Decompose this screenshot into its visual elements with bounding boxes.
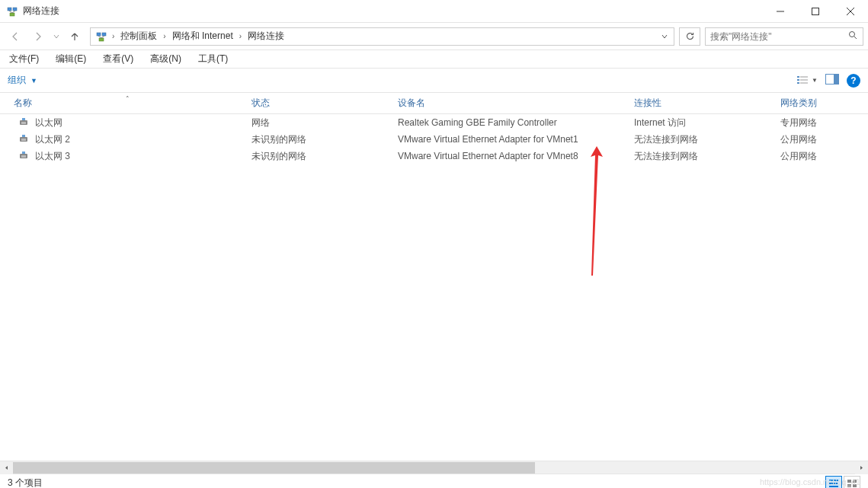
view-options-button[interactable]: ▼ (796, 75, 818, 86)
search-box[interactable] (705, 27, 863, 46)
breadcrumb-item[interactable]: 控制面板 (117, 28, 160, 44)
annotation-arrow-icon (591, 146, 606, 276)
svg-rect-16 (797, 76, 799, 78)
item-name: 以太网 (35, 116, 62, 129)
content-area: 以太网 网络 Realtek Gaming GBE Family Control… (0, 114, 868, 461)
refresh-button[interactable] (679, 27, 700, 46)
svg-rect-26 (22, 118, 25, 120)
svg-rect-25 (21, 122, 26, 124)
svg-rect-6 (812, 8, 819, 14)
ethernet-icon (18, 151, 29, 161)
item-status: 未识别的网络 (244, 133, 390, 146)
svg-rect-2 (10, 13, 14, 16)
search-input[interactable] (710, 31, 848, 42)
menu-edit[interactable]: 编辑(E) (53, 51, 89, 67)
ethernet-icon (18, 117, 29, 128)
svg-rect-34 (829, 483, 838, 484)
svg-rect-1 (13, 8, 17, 11)
item-device: VMware Virtual Ethernet Adapter for VMne… (390, 151, 626, 161)
ethernet-icon (18, 134, 29, 145)
item-connectivity: 无法连接到网络 (626, 150, 773, 163)
breadcrumb-item[interactable]: 网络连接 (245, 28, 287, 44)
svg-line-3 (9, 11, 12, 13)
minimize-button[interactable] (763, 0, 798, 22)
svg-line-4 (12, 11, 15, 13)
up-button[interactable] (64, 26, 85, 47)
item-category: 专用网络 (773, 116, 868, 129)
item-connectivity: Internet 访问 (626, 116, 773, 129)
maximize-button[interactable] (798, 0, 833, 22)
item-name: 以太网 3 (35, 150, 70, 163)
svg-rect-38 (847, 484, 851, 487)
status-item-count: 3 个项目 (8, 477, 43, 488)
search-icon[interactable] (848, 30, 858, 43)
chevron-right-icon[interactable]: › (162, 32, 167, 40)
chevron-right-icon[interactable]: › (238, 32, 243, 40)
help-button[interactable]: ? (847, 74, 860, 88)
breadcrumb-item[interactable]: 网络和 Internet (169, 28, 236, 44)
network-connections-icon (6, 5, 18, 18)
sort-indicator-icon: ˄ (126, 95, 130, 103)
svg-rect-21 (800, 82, 808, 84)
close-button[interactable] (833, 0, 868, 22)
window-title: 网络连接 (23, 5, 763, 18)
menu-file[interactable]: 文件(F) (6, 51, 42, 67)
menu-tools[interactable]: 工具(T) (195, 51, 231, 67)
menu-advanced[interactable]: 高级(N) (147, 51, 184, 67)
breadcrumb: › 控制面板 › 网络和 Internet › 网络连接 (111, 28, 657, 44)
svg-rect-19 (800, 79, 808, 81)
svg-rect-10 (102, 33, 106, 36)
svg-rect-28 (21, 139, 26, 141)
svg-rect-17 (800, 76, 808, 78)
large-icons-view-button[interactable] (844, 476, 860, 489)
column-header-category[interactable]: 网络类别 (773, 93, 868, 113)
svg-line-15 (854, 36, 857, 38)
organize-button[interactable]: 组织 ▼ (8, 74, 37, 87)
address-bar[interactable]: › 控制面板 › 网络和 Internet › 网络连接 (90, 27, 674, 46)
recent-dropdown[interactable] (50, 26, 62, 47)
large-icons-icon (847, 480, 857, 487)
item-device: VMware Virtual Ethernet Adapter for VMne… (390, 134, 626, 145)
forward-button[interactable] (27, 26, 49, 47)
scrollbar-track[interactable] (13, 461, 855, 474)
svg-rect-36 (847, 480, 851, 483)
chevron-down-icon: ▼ (812, 77, 818, 84)
column-header-name[interactable]: 名称 (0, 93, 244, 113)
organize-label: 组织 (8, 74, 26, 87)
chevron-right-icon[interactable]: › (111, 32, 116, 40)
network-connections-icon (95, 30, 107, 43)
list-item[interactable]: 以太网 2 未识别的网络 VMware Virtual Ethernet Ada… (0, 131, 868, 148)
titlebar: 网络连接 (0, 0, 868, 23)
svg-rect-29 (22, 135, 25, 137)
scrollbar-thumb[interactable] (13, 462, 535, 474)
svg-rect-18 (797, 79, 799, 81)
address-dropdown[interactable] (657, 31, 672, 42)
column-header-status[interactable]: 状态 (244, 93, 390, 113)
svg-rect-0 (8, 8, 11, 11)
column-header-connectivity[interactable]: 连接性 (626, 93, 773, 113)
svg-rect-23 (834, 75, 838, 84)
item-status: 未识别的网络 (244, 150, 390, 163)
window-controls (763, 0, 868, 22)
menu-view[interactable]: 查看(V) (100, 51, 136, 67)
horizontal-scrollbar[interactable] (0, 461, 868, 474)
back-button[interactable] (5, 26, 26, 47)
list-item[interactable]: 以太网 网络 Realtek Gaming GBE Family Control… (0, 114, 868, 131)
scroll-right-button[interactable] (855, 461, 868, 474)
svg-rect-33 (829, 480, 838, 481)
column-header-device[interactable]: 设备名 (390, 93, 626, 113)
item-device: Realtek Gaming GBE Family Controller (390, 117, 626, 128)
preview-pane-button[interactable] (825, 74, 839, 87)
svg-rect-32 (22, 152, 25, 154)
status-bar: 3 个项目 (0, 474, 868, 488)
list-view-icon (796, 75, 809, 86)
item-category: 公用网络 (773, 133, 868, 146)
details-view-button[interactable] (825, 476, 842, 489)
list-item[interactable]: 以太网 3 未识别的网络 VMware Virtual Ethernet Ada… (0, 148, 868, 164)
details-view-icon (829, 480, 838, 487)
svg-rect-39 (853, 484, 857, 487)
svg-rect-35 (829, 486, 838, 487)
scroll-left-button[interactable] (0, 461, 13, 474)
svg-rect-9 (97, 33, 101, 36)
item-status: 网络 (244, 116, 390, 129)
